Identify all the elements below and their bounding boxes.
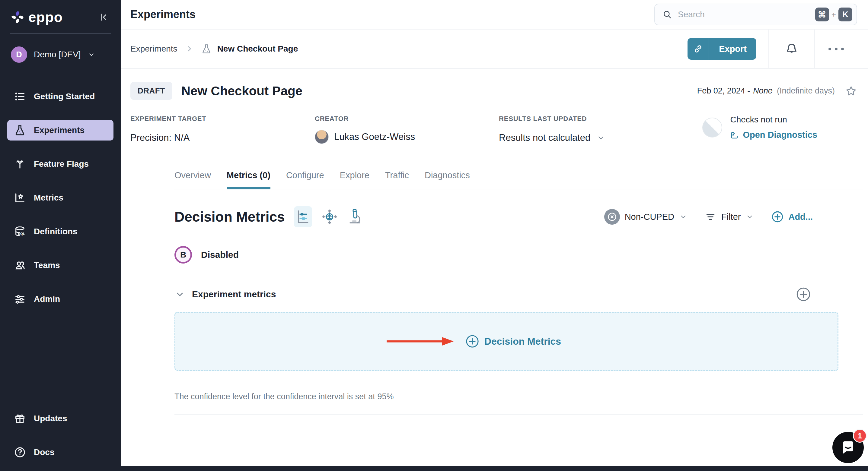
globe-arrows-icon[interactable]: [321, 208, 338, 225]
checks-donut-icon: [702, 117, 722, 137]
variant-status: Disabled: [201, 250, 239, 260]
meta-label: CREATOR: [315, 115, 499, 123]
notifications-button[interactable]: [769, 42, 814, 56]
meta-value: Precision: N/A: [130, 132, 315, 143]
chevron-down-icon[interactable]: [175, 289, 185, 300]
results-dropdown[interactable]: Results not calculated: [499, 132, 606, 143]
checks-status: Checks not run: [730, 115, 817, 125]
sidebar-footer: Updates Docs: [7, 408, 114, 466]
add-metric-button[interactable]: Add...: [771, 210, 813, 224]
chat-unread-badge: 1: [853, 429, 867, 443]
breadcrumb-root[interactable]: Experiments: [130, 44, 178, 54]
people-icon: [14, 259, 26, 271]
search-icon: [662, 9, 673, 20]
header-actions: Export: [687, 30, 857, 68]
open-diagnostics-link[interactable]: Open Diagnostics: [730, 130, 817, 140]
cuped-dropdown[interactable]: Non-CUPED: [604, 209, 687, 225]
section-divider: [130, 158, 857, 158]
metrics-chart-icon: [14, 192, 26, 204]
variant-b-badge: B: [175, 246, 192, 264]
tab-metrics[interactable]: Metrics (0): [227, 170, 271, 189]
chevron-down-icon: [596, 133, 606, 142]
plus-circle-icon: [465, 334, 479, 348]
collapse-sidebar-icon[interactable]: [97, 10, 111, 24]
creator-name: Lukas Goetz-Weiss: [334, 132, 415, 142]
page-title: Experiments: [130, 8, 195, 21]
tab-overview[interactable]: Overview: [175, 170, 211, 189]
copy-link-icon[interactable]: [687, 38, 709, 60]
metrics-content: Decision Metrics: [175, 206, 838, 415]
diagnostics-summary: Checks not run Open Diagnostics: [702, 115, 817, 140]
red-arrow-annotation: [385, 335, 455, 347]
status-badge: DRAFT: [130, 82, 172, 100]
sidebar-item-label: Teams: [34, 261, 60, 270]
sidebar-item-metrics[interactable]: Metrics: [7, 188, 114, 208]
search-shortcut: ⌘ + K: [815, 7, 852, 22]
experiment-name: New Checkout Page: [181, 84, 302, 98]
add-decision-metrics-button[interactable]: Decision Metrics: [465, 334, 561, 348]
cuped-disabled-icon: [604, 209, 620, 225]
add-group-metric-button[interactable]: [796, 287, 811, 302]
sidebar-item-updates[interactable]: Updates: [7, 408, 114, 429]
sidebar-item-label: Docs: [34, 447, 54, 457]
decision-metrics-header: Decision Metrics: [175, 206, 838, 227]
empty-cta-label: Decision Metrics: [485, 336, 561, 347]
sidebar-divider: [10, 33, 111, 34]
export-label: Export: [709, 38, 756, 60]
decision-metrics-empty-state: Decision Metrics: [175, 312, 838, 371]
chevron-down-icon: [679, 212, 687, 221]
meta-results: RESULTS LAST UPDATED Results not calcula…: [499, 115, 606, 143]
more-menu-button[interactable]: [815, 48, 857, 51]
sidebar-item-label: Definitions: [34, 227, 78, 236]
tab-configure[interactable]: Configure: [286, 170, 324, 189]
cuped-label: Non-CUPED: [625, 212, 674, 222]
experiment-metrics-group: Experiment metrics: [175, 287, 838, 302]
meta-target: EXPERIMENT TARGET Precision: N/A: [130, 115, 315, 143]
favorite-button[interactable]: [845, 85, 857, 97]
workspace-switcher[interactable]: D Demo [DEV]: [11, 46, 110, 63]
export-button[interactable]: Export: [687, 38, 756, 60]
meta-label: RESULTS LAST UPDATED: [499, 115, 606, 123]
breadcrumb: Experiments New Checkout Page: [121, 30, 868, 69]
tab-explore[interactable]: Explore: [340, 170, 369, 189]
tab-traffic[interactable]: Traffic: [385, 170, 409, 189]
filter-dropdown[interactable]: Filter: [705, 211, 754, 223]
sidebar-item-teams[interactable]: Teams: [7, 255, 114, 276]
sidebar-item-label: Admin: [34, 294, 60, 304]
svg-text:SQL: SQL: [18, 232, 25, 236]
chat-launcher[interactable]: 1: [832, 432, 864, 463]
section-divider: [175, 414, 863, 415]
sidebar-item-label: Experiments: [34, 126, 85, 135]
sidebar-nav: Getting Started Experiments Feature Flag…: [7, 86, 114, 309]
duration-note: (Indefinite days): [777, 86, 835, 96]
chevron-down-icon: [88, 51, 95, 59]
tab-bar: Overview Metrics (0) Configure Explore T…: [175, 170, 863, 189]
sidebar-item-getting-started[interactable]: Getting Started: [7, 86, 114, 107]
sidebar-item-feature-flags[interactable]: Feature Flags: [7, 154, 114, 174]
eppo-logo[interactable]: eppo: [11, 9, 63, 25]
variant-row: B Disabled: [175, 246, 838, 264]
sidebar-item-definitions[interactable]: SQL Definitions: [7, 221, 114, 242]
sidebar: eppo D Demo [DEV] Getting Started: [0, 0, 121, 471]
sidebar-item-docs[interactable]: Docs: [7, 442, 114, 463]
chevron-right-icon: [185, 45, 193, 53]
main-area: Experiments Search ⌘ + K Experiments: [121, 0, 868, 471]
section-heading: Decision Metrics: [175, 209, 285, 225]
sidebar-item-label: Feature Flags: [34, 159, 89, 169]
workspace-name: Demo [DEV]: [34, 50, 81, 59]
date-start: Feb 02, 2024 -: [697, 86, 750, 96]
sidebar-item-experiments[interactable]: Experiments: [7, 120, 114, 140]
bottom-bar: [0, 466, 868, 471]
sidebar-item-label: Getting Started: [34, 92, 95, 101]
forest-plot-view-icon[interactable]: [294, 206, 312, 227]
sidebar-item-admin[interactable]: Admin: [7, 289, 114, 309]
sidebar-item-label: Updates: [34, 414, 67, 423]
meta-label: EXPERIMENT TARGET: [130, 115, 315, 123]
search-input[interactable]: Search ⌘ + K: [654, 4, 857, 25]
microscope-icon[interactable]: [347, 208, 363, 225]
date-end: None: [753, 86, 773, 96]
tab-diagnostics[interactable]: Diagnostics: [425, 170, 470, 189]
group-label: Experiment metrics: [192, 289, 276, 299]
star-icon: [845, 85, 857, 97]
experiment-meta: EXPERIMENT TARGET Precision: N/A CREATOR…: [130, 115, 857, 144]
